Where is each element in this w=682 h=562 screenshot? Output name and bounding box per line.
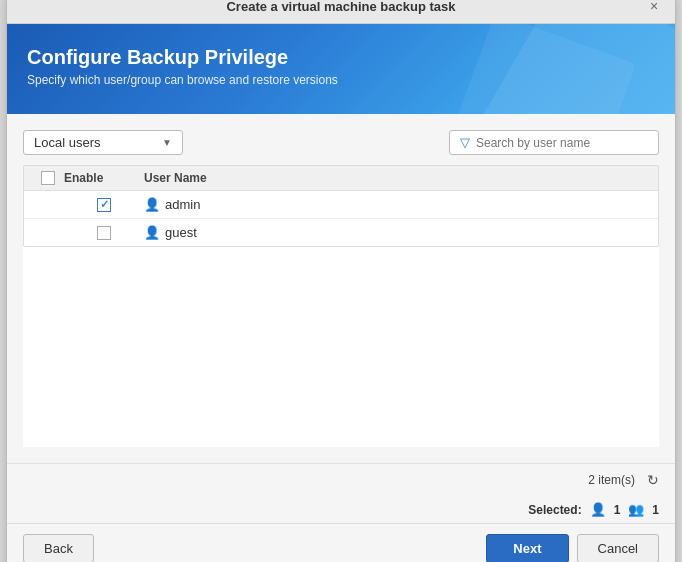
table-row: ✓ 👤 admin: [24, 191, 658, 219]
header-title: Configure Backup Privilege: [27, 46, 655, 69]
selected-group-count: 1: [652, 503, 659, 517]
row2-username: guest: [165, 225, 197, 240]
selected-info: Selected: 👤 1 👥 1: [7, 496, 675, 523]
header-subtitle: Specify which user/group can browse and …: [27, 73, 655, 87]
dialog-container: Create a virtual machine backup task × C…: [6, 0, 676, 562]
user-count-icon: 👤: [590, 502, 606, 517]
group-count-icon: 👥: [628, 502, 644, 517]
toolbar-row: Local users ▼ ▽: [23, 130, 659, 155]
user-type-dropdown[interactable]: Local users ▼: [23, 130, 183, 155]
checkmark-icon: ✓: [100, 198, 109, 211]
row1-checkbox[interactable]: ✓: [97, 198, 111, 212]
title-bar: Create a virtual machine backup task ×: [7, 0, 675, 24]
header-banner: Configure Backup Privilege Specify which…: [7, 24, 675, 114]
col-username-header: User Name: [144, 171, 650, 185]
row1-user-cell: 👤 admin: [144, 197, 650, 212]
footer-info: 2 item(s) ↻: [7, 463, 675, 496]
selected-label: Selected:: [528, 503, 581, 517]
user-icon: 👤: [144, 197, 160, 212]
selected-user-count: 1: [614, 503, 621, 517]
row2-user-cell: 👤 guest: [144, 225, 650, 240]
close-button[interactable]: ×: [645, 0, 663, 15]
user-type-label: Local users: [34, 135, 100, 150]
content-area: Local users ▼ ▽ Enable User Name: [7, 114, 675, 463]
empty-area: [23, 247, 659, 447]
dialog-title: Create a virtual machine backup task: [37, 0, 645, 14]
cancel-button[interactable]: Cancel: [577, 534, 659, 562]
table-header: Enable User Name: [24, 166, 658, 191]
back-button[interactable]: Back: [23, 534, 94, 562]
row1-username: admin: [165, 197, 200, 212]
col-enable-header: Enable: [64, 171, 144, 185]
select-all-cell: [32, 171, 64, 185]
next-button[interactable]: Next: [486, 534, 568, 562]
filter-icon: ▽: [460, 135, 470, 150]
search-box: ▽: [449, 130, 659, 155]
user-icon: 👤: [144, 225, 160, 240]
refresh-icon[interactable]: ↻: [647, 472, 659, 488]
row2-enable-cell: [64, 226, 144, 240]
search-input[interactable]: [476, 136, 648, 150]
table-row: 👤 guest: [24, 219, 658, 246]
row1-enable-cell: ✓: [64, 198, 144, 212]
row2-checkbox[interactable]: [97, 226, 111, 240]
dropdown-arrow-icon: ▼: [162, 137, 172, 148]
right-buttons: Next Cancel: [486, 534, 659, 562]
button-row: Back Next Cancel: [7, 523, 675, 562]
select-all-checkbox[interactable]: [41, 171, 55, 185]
item-count: 2 item(s): [588, 473, 635, 487]
users-table: Enable User Name ✓ 👤 admin: [23, 165, 659, 247]
